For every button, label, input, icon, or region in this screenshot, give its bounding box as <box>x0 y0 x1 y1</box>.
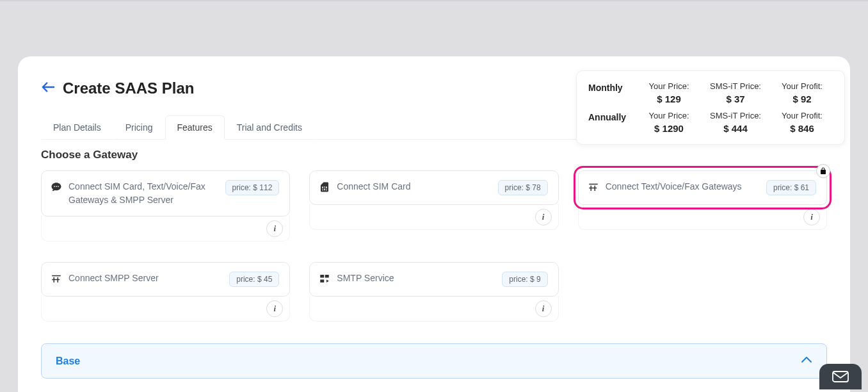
smsit-price-value: $ 37 <box>705 94 766 104</box>
tab-trial-credits[interactable]: Trial and Credits <box>225 115 314 140</box>
your-price-col: Your Price: $ 1290 <box>638 111 700 134</box>
lock-icon <box>816 164 830 178</box>
pricing-summary-box: Monthly Your Price: $ 129 SMS-iT Price: … <box>576 70 845 145</box>
gateway-icon <box>51 273 62 284</box>
gateway-info-row: i <box>309 204 558 230</box>
chat-bubble-icon <box>51 181 62 193</box>
gateway-label: Connect SIM Card, Text/Voice/Fax Gateway… <box>68 180 219 207</box>
gateway-grid: Connect SIM Card, Text/Voice/Fax Gateway… <box>41 170 827 322</box>
gateway-info-row: i <box>41 296 290 322</box>
smsit-price-value: $ 444 <box>705 123 766 134</box>
gateway-cell: SMTP Service price: $ 9 i <box>309 262 558 322</box>
your-price-value: $ 129 <box>638 94 700 104</box>
period-label: Monthly <box>588 81 633 93</box>
tab-pricing[interactable]: Pricing <box>113 115 165 140</box>
gateway-card[interactable]: Connect SMPP Server price: $ 45 <box>41 262 290 297</box>
gateway-info-row: i <box>309 296 558 322</box>
top-divider <box>0 0 868 1</box>
gateway-info-row: i <box>41 216 290 241</box>
chat-widget-button[interactable] <box>819 364 862 389</box>
gateway-cell: Connect SMPP Server price: $ 45 i <box>41 262 290 322</box>
smtp-icon <box>319 273 330 284</box>
your-price-label: Your Price: <box>638 111 700 120</box>
info-icon[interactable]: i <box>803 209 820 225</box>
chevron-up-icon <box>801 354 812 368</box>
your-price-label: Your Price: <box>638 81 700 91</box>
info-icon[interactable]: i <box>266 220 283 237</box>
smsit-price-col: SMS-iT Price: $ 37 <box>705 81 766 104</box>
svg-rect-0 <box>833 372 848 382</box>
back-arrow-icon[interactable] <box>41 81 55 95</box>
gateway-price: price: $ 78 <box>498 180 548 195</box>
your-price-col: Your Price: $ 129 <box>638 81 700 104</box>
info-icon[interactable]: i <box>266 300 283 317</box>
gateway-card-selected[interactable]: Connect Text/Voice/Fax Gateways price: $… <box>578 170 827 205</box>
gateway-price: price: $ 9 <box>502 272 547 287</box>
gateway-label: SMTP Service <box>337 272 495 285</box>
profit-value: $ 846 <box>771 123 833 134</box>
pricing-row-monthly: Monthly Your Price: $ 129 SMS-iT Price: … <box>588 81 833 104</box>
your-price-value: $ 1290 <box>638 123 700 134</box>
gateway-price: price: $ 61 <box>766 180 816 195</box>
profit-label: Your Profit: <box>771 111 833 120</box>
gateway-label: Connect Text/Voice/Fax Gateways <box>606 180 760 193</box>
profit-label: Your Profit: <box>771 81 833 91</box>
gateway-price: price: $ 45 <box>229 272 279 287</box>
smsit-price-label: SMS-iT Price: <box>705 111 766 120</box>
tab-features[interactable]: Features <box>165 115 225 140</box>
accordion-base-title: Base <box>56 355 80 367</box>
mail-icon <box>832 370 849 384</box>
profit-value: $ 92 <box>771 94 833 104</box>
period-label: Annually <box>588 111 633 122</box>
gateway-label: Connect SIM Card <box>337 180 491 193</box>
smsit-price-col: SMS-iT Price: $ 444 <box>705 111 766 134</box>
gateway-label: Connect SMPP Server <box>68 272 223 285</box>
gateway-cell: Connect SIM Card price: $ 78 i <box>309 170 558 241</box>
gateway-info-row: i <box>578 204 827 230</box>
pricing-row-annually: Annually Your Price: $ 1290 SMS-iT Price… <box>588 111 833 134</box>
info-icon[interactable]: i <box>535 209 552 225</box>
gateway-price: price: $ 112 <box>225 180 280 195</box>
info-icon[interactable]: i <box>535 300 552 317</box>
sim-card-icon <box>319 181 330 193</box>
page-title: Create SAAS Plan <box>63 79 194 97</box>
gateway-cell: Connect SIM Card, Text/Voice/Fax Gateway… <box>41 170 290 241</box>
gateway-card[interactable]: Connect SIM Card, Text/Voice/Fax Gateway… <box>41 170 290 216</box>
gateway-icon <box>588 181 599 193</box>
section-heading: Choose a Gateway <box>41 149 827 161</box>
profit-col: Your Profit: $ 846 <box>771 111 833 134</box>
accordion-base[interactable]: Base <box>41 343 827 379</box>
smsit-price-label: SMS-iT Price: <box>705 81 766 91</box>
gateway-card[interactable]: SMTP Service price: $ 9 <box>309 262 558 297</box>
tab-plan-details[interactable]: Plan Details <box>41 115 113 140</box>
gateway-card[interactable]: Connect SIM Card price: $ 78 <box>309 170 558 205</box>
gateway-cell: Connect Text/Voice/Fax Gateways price: $… <box>578 170 827 241</box>
profit-col: Your Profit: $ 92 <box>771 81 833 104</box>
